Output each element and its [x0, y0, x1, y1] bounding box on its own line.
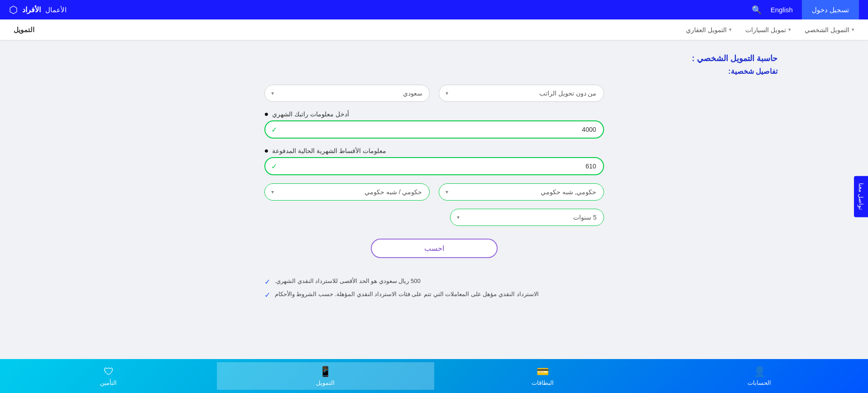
calculator-form: من دون تحويل الراتب ▾ سعودي ▾ أدخل معلوم…: [264, 85, 604, 299]
installment-check-icon: ✓: [271, 162, 277, 171]
nationality-wrapper: سعودي ▾: [264, 85, 430, 102]
duration-field: 5 سنوات ▾: [450, 209, 604, 226]
sub-navigation: ▾ التمويل الشخصي ▾ تمويل السيارات ▾ التم…: [0, 19, 868, 40]
personal-financing-label: التمويل الشخصي: [805, 26, 849, 34]
brand-area: الأعمال الأفراد ⬡: [9, 4, 67, 16]
top-nav-right: تسجيل دخول English 🔍: [752, 0, 859, 19]
section-title: تفاصيل شخصية:: [91, 67, 777, 76]
installment-label: معلومات الأقساط الشهرية الحالية المدفوعة: [272, 147, 386, 154]
financing-main-label: التمويل: [14, 26, 34, 34]
note-1-check-icon: ✓: [264, 278, 270, 286]
calculate-button-wrapper: احسب: [264, 239, 604, 258]
salary-label: أدخل معلومات راتبك الشهري: [272, 110, 349, 118]
personal-financing-link[interactable]: ▾ التمويل الشخصي: [805, 26, 854, 34]
brand-name: الأفراد: [22, 5, 41, 14]
form-row-5: 5 سنوات ▾: [264, 209, 604, 226]
sub-nav-links: ▾ التمويل الشخصي ▾ تمويل السيارات ▾ التم…: [686, 26, 854, 34]
form-row-2: أدخل معلومات راتبك الشهري ● ✓: [264, 110, 604, 139]
main-content: حاسبة التمويل الشخصي : تفاصيل شخصية: من …: [0, 40, 868, 313]
employer-type-select[interactable]: حكومي / شبه حكومي: [264, 183, 430, 201]
employer-type-wrapper: حكومي / شبه حكومي ▾: [264, 183, 430, 201]
business-label[interactable]: الأعمال: [45, 6, 67, 14]
brand-logo-icon: ⬡: [9, 4, 18, 16]
cars-chevron: ▾: [788, 27, 791, 33]
employer-type-field: حكومي / شبه حكومي ▾: [264, 183, 430, 201]
note-2-check-icon: ✓: [264, 291, 270, 299]
salary-input-wrapper: ✓: [264, 120, 604, 139]
installment-field: معلومات الأقساط الشهرية الحالية المدفوعة…: [264, 147, 604, 175]
cars-label: تمويل السيارات: [745, 26, 786, 34]
employer-sector-field: حكومي, شبه حكومي ▾: [439, 183, 604, 201]
note-1-text: 500 ريال سعودي هو الحد الأقصى للاسترداد …: [275, 278, 421, 284]
real-estate-chevron: ▾: [729, 27, 732, 33]
nationality-select[interactable]: سعودي: [264, 85, 430, 102]
form-row-4: حكومي, شبه حكومي ▾ حكومي / شبه حكومي ▾: [264, 183, 604, 201]
contact-us-side-button[interactable]: تواصل معنا: [854, 176, 868, 217]
employer-sector-select[interactable]: حكومي, شبه حكومي: [439, 183, 604, 201]
installment-dot: ●: [264, 147, 269, 155]
note-item-2: الاسترداد النقدي مؤهل على المعاملات التي…: [264, 291, 604, 299]
salary-check-icon: ✓: [271, 125, 277, 134]
top-navigation: تسجيل دخول English 🔍 الأعمال الأفراد ⬡: [0, 0, 868, 19]
cars-financing-link[interactable]: ▾ تمويل السيارات: [745, 26, 791, 34]
search-icon[interactable]: 🔍: [752, 5, 762, 15]
notes-section: 500 ريال سعودي هو الحد الأقصى للاسترداد …: [264, 278, 604, 299]
note-2-text: الاسترداد النقدي مؤهل على المعاملات التي…: [275, 291, 539, 297]
salary-transfer-wrapper: من دون تحويل الراتب ▾: [439, 85, 604, 102]
salary-field: أدخل معلومات راتبك الشهري ● ✓: [264, 110, 604, 139]
personal-financing-chevron: ▾: [852, 27, 854, 33]
installment-input[interactable]: [264, 157, 604, 175]
nationality-field: سعودي ▾: [264, 85, 430, 102]
real-estate-link[interactable]: ▾ التمويل العقاري: [686, 26, 732, 34]
salary-dot: ●: [264, 110, 269, 118]
page-title: حاسبة التمويل الشخصي :: [91, 53, 777, 63]
calculate-button[interactable]: احسب: [371, 239, 498, 258]
duration-wrapper: 5 سنوات ▾: [450, 209, 604, 226]
form-row-1: من دون تحويل الراتب ▾ سعودي ▾: [264, 85, 604, 102]
note-item-1: 500 ريال سعودي هو الحد الأقصى للاسترداد …: [264, 278, 604, 286]
salary-transfer-field: من دون تحويل الراتب ▾: [439, 85, 604, 102]
english-language-link[interactable]: English: [771, 6, 793, 14]
employer-sector-wrapper: حكومي, شبه حكومي ▾: [439, 183, 604, 201]
duration-select[interactable]: 5 سنوات: [450, 209, 604, 226]
real-estate-label: التمويل العقاري: [686, 26, 727, 34]
installment-label-row: معلومات الأقساط الشهرية الحالية المدفوعة…: [264, 147, 604, 155]
installment-input-wrapper: ✓: [264, 157, 604, 175]
login-button[interactable]: تسجيل دخول: [802, 0, 859, 19]
form-row-3: معلومات الأقساط الشهرية الحالية المدفوعة…: [264, 147, 604, 175]
salary-label-row: أدخل معلومات راتبك الشهري ●: [264, 110, 604, 118]
salary-transfer-select[interactable]: من دون تحويل الراتب: [439, 85, 604, 102]
salary-input[interactable]: [264, 120, 604, 139]
